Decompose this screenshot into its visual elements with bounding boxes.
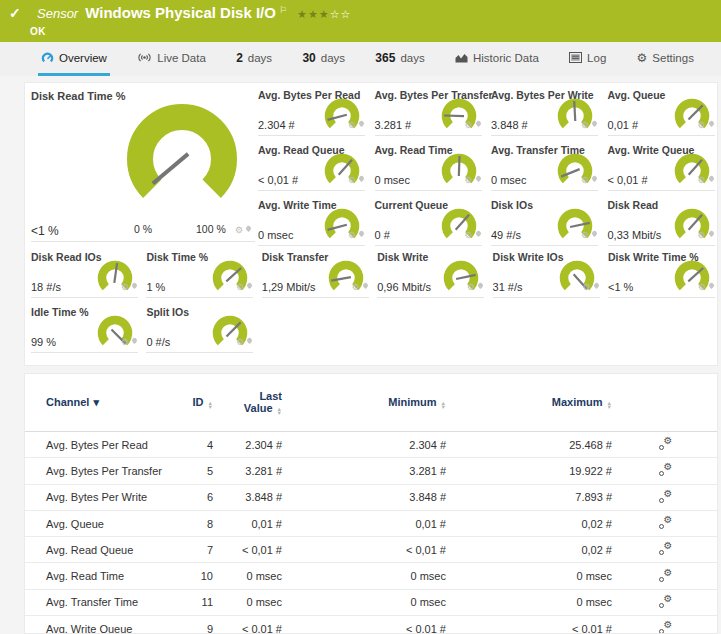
cell-channel: Avg. Bytes Per Transfer [25,465,191,477]
table-row[interactable]: Avg. Read Queue 7 < 0,01 # < 0,01 # 0,02… [25,537,717,563]
edit-channel-icon[interactable] [658,621,673,634]
star-filled-icon[interactable]: ★ [319,8,330,20]
gauge-settings-icon[interactable] [348,114,356,132]
table-row[interactable]: Avg. Write Queue 9 < 0,01 # < 0,01 # < 0… [25,616,717,634]
gauge-settings-icon[interactable] [697,114,705,132]
gauge-settings-icon[interactable] [581,169,589,187]
gauge-pin-icon[interactable] [707,174,714,181]
gauge-settings-icon[interactable] [581,224,589,242]
channel-gauge-tile: Avg. Write Queue < 0,01 # [608,142,715,191]
edit-channel-icon[interactable] [658,595,673,608]
gauge-pin-icon[interactable] [708,281,715,288]
table-row[interactable]: Avg. Bytes Per Write 6 3.848 # 3.848 # 7… [25,485,717,511]
tab-historic-data[interactable]: Historic Data [452,42,542,76]
gauge-pin-icon[interactable] [246,281,253,288]
gauge-pin-icon[interactable] [707,229,714,236]
gauge-settings-icon[interactable] [582,276,590,294]
star-filled-icon[interactable]: ★ [297,8,308,20]
column-header-minimum[interactable]: Minimum [282,396,446,410]
column-header-last-value[interactable]: Last Value [213,390,282,416]
gauge-settings-icon[interactable] [236,276,244,294]
tab-label: days [400,52,424,64]
edit-channel-icon[interactable] [658,516,673,529]
channel-value: 1 % [146,281,165,293]
tab-bar: Overview Live Data 2 days 30 days 365 da… [0,42,721,76]
gauge-settings-icon[interactable] [464,169,472,187]
gauge-settings-icon[interactable] [235,219,243,237]
gauge-settings-icon[interactable] [121,331,129,349]
gauge-pin-icon[interactable] [707,119,714,126]
gauge-pin-icon[interactable] [245,224,252,231]
gauge-settings-icon[interactable] [698,276,706,294]
gauge-settings-icon[interactable] [352,276,360,294]
gauge-pin-icon[interactable] [358,174,365,181]
gauges-panel: Disk Read Time % 0 % 100 % <1 % Avg. Byt… [24,82,718,366]
gauge-settings-icon[interactable] [464,224,472,242]
channel-gauge-tile: Disk Time % 1 % [146,249,253,298]
cell-minimum: 3.281 # [282,465,446,477]
tab-label: Live Data [157,52,206,64]
cell-id: 4 [191,439,213,451]
tab-settings[interactable]: ⚙ Settings [634,42,697,76]
gauge-settings-icon[interactable] [121,276,129,294]
gauge-pin-icon[interactable] [131,281,138,288]
gauge-icon [41,52,54,64]
gauge-pin-icon[interactable] [246,336,253,343]
gauge-settings-icon[interactable] [464,114,472,132]
cell-id: 11 [191,596,213,608]
star-empty-icon[interactable]: ☆ [330,8,341,20]
channel-value: 99 % [31,336,56,348]
gauge-settings-icon[interactable] [348,224,356,242]
star-empty-icon[interactable]: ☆ [341,8,352,20]
column-header-channel[interactable]: Channel [25,396,191,409]
gauge-pin-icon[interactable] [591,119,598,126]
gauge-pin-icon[interactable] [131,336,138,343]
tab-live-data[interactable]: Live Data [134,42,209,76]
gauge-pin-icon[interactable] [474,174,481,181]
tab-2-days[interactable]: 2 days [233,42,275,76]
tab-365-days[interactable]: 365 days [372,42,427,76]
table-row[interactable]: Avg. Transfer Time 11 0 msec 0 msec 0 ms… [25,590,717,616]
live-icon [137,52,152,63]
column-header-channel-label: Channel [46,396,89,408]
gauge-settings-icon[interactable] [697,224,705,242]
table-row[interactable]: Avg. Queue 8 0,01 # 0,01 # 0,02 # [25,511,717,537]
edit-channel-icon[interactable] [658,569,673,582]
gauge-settings-icon[interactable] [467,276,475,294]
gauge-pin-icon[interactable] [591,229,598,236]
tab-log[interactable]: Log [566,42,609,76]
gauge-pin-icon[interactable] [591,174,598,181]
channel-value: < 0,01 # [258,174,298,186]
tab-number: 30 [302,51,315,65]
gauge-settings-icon[interactable] [581,114,589,132]
sort-icon [607,401,612,410]
gauge-settings-icon[interactable] [697,169,705,187]
column-header-id[interactable]: ID [191,396,213,410]
channel-gauge-tile: Avg. Bytes Per Write 3.848 # [491,87,598,136]
channel-value: 31 #/s [493,281,523,293]
column-header-maximum[interactable]: Maximum [446,396,612,410]
gauge-pin-icon[interactable] [474,119,481,126]
star-filled-icon[interactable]: ★ [308,8,319,20]
edit-channel-icon[interactable] [658,490,673,503]
gauge-pin-icon[interactable] [358,119,365,126]
edit-channel-icon[interactable] [658,463,673,476]
gauge-settings-icon[interactable] [348,169,356,187]
table-row[interactable]: Avg. Read Time 10 0 msec 0 msec 0 msec [25,563,717,589]
cell-last-value: 3.848 # [213,491,282,503]
cell-channel: Avg. Transfer Time [25,596,191,608]
gauge-pin-icon[interactable] [358,229,365,236]
tab-label: days [321,52,345,64]
edit-channel-icon[interactable] [658,437,673,450]
channel-gauge-tile: Disk Write IOs 31 #/s [493,249,600,298]
tab-overview[interactable]: Overview [38,42,110,76]
edit-channel-icon[interactable] [658,542,673,555]
gauge-settings-icon[interactable] [236,331,244,349]
table-row[interactable]: Avg. Bytes Per Transfer 5 3.281 # 3.281 … [25,458,717,484]
gauge-pin-icon[interactable] [474,229,481,236]
tab-30-days[interactable]: 30 days [299,42,348,76]
gauge-pin-icon[interactable] [593,281,600,288]
gauge-pin-icon[interactable] [477,281,484,288]
gauge-pin-icon[interactable] [362,281,369,288]
table-row[interactable]: Avg. Bytes Per Read 4 2.304 # 2.304 # 25… [25,432,717,458]
